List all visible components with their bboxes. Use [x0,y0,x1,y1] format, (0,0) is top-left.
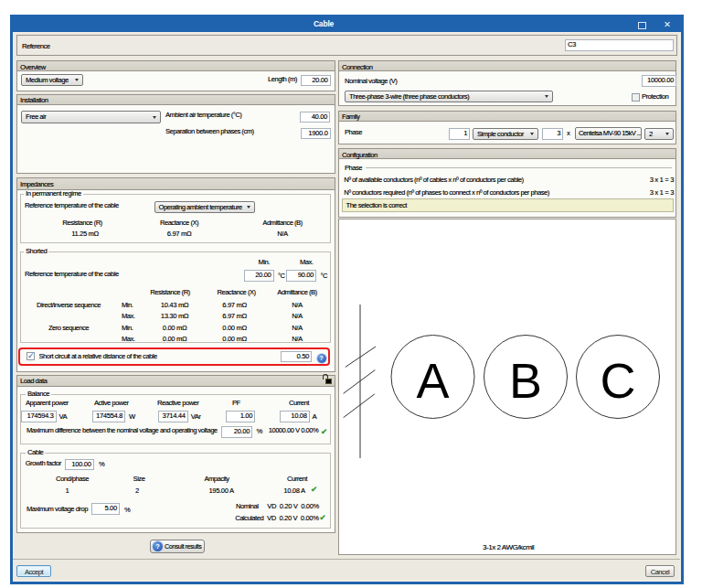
svg-text:B: B [509,353,542,408]
svg-text:C: C [601,353,636,408]
svg-text:A: A [416,353,449,408]
